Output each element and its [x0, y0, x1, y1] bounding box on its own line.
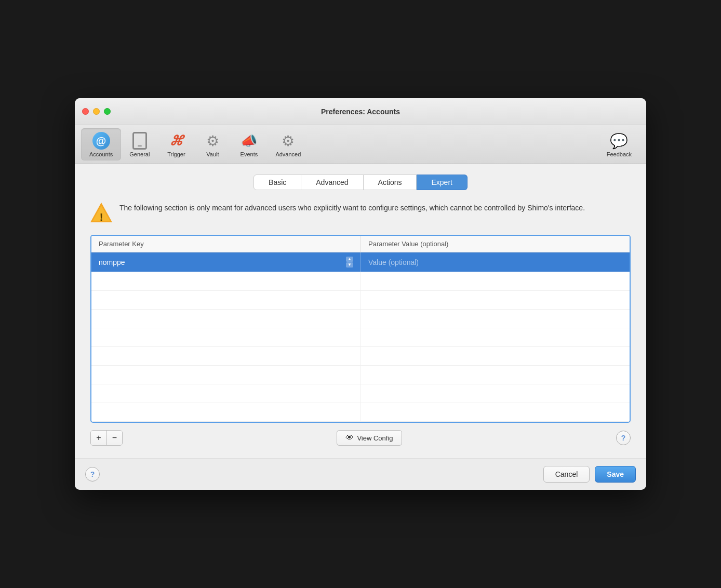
- cancel-button[interactable]: Cancel: [543, 466, 590, 483]
- maximize-button[interactable]: [104, 108, 111, 115]
- col1-header: Parameter Key: [91, 236, 360, 252]
- col2-header: Parameter Value (optional): [360, 236, 630, 252]
- window-title: Preferences: Accounts: [321, 108, 400, 116]
- bottom-toolbar: + − 👁 View Config ?: [90, 430, 631, 446]
- add-remove-group: + −: [90, 430, 123, 446]
- table-row: [91, 328, 630, 347]
- empty-key-cell: [91, 328, 360, 346]
- warning-text: The following section is only meant for …: [119, 203, 585, 213]
- view-config-button[interactable]: 👁 View Config: [337, 430, 402, 446]
- preferences-window: Preferences: Accounts @ Accounts General…: [75, 98, 646, 490]
- help-button-bottom[interactable]: ?: [616, 431, 631, 445]
- empty-value-cell: [360, 403, 630, 421]
- param-value-cell[interactable]: Value (optional): [360, 252, 630, 272]
- table-body: ▲ ▼ Value (optional): [91, 252, 630, 422]
- warning-box: ! The following section is only meant fo…: [90, 201, 631, 226]
- titlebar: Preferences: Accounts: [75, 98, 646, 125]
- toolbar-item-accounts[interactable]: @ Accounts: [81, 128, 121, 161]
- param-key-cell: ▲ ▼: [91, 252, 360, 272]
- empty-value-cell: [360, 272, 630, 290]
- toolbar-label-trigger: Trigger: [167, 151, 185, 157]
- help-button-footer[interactable]: ?: [85, 467, 100, 482]
- warning-icon: !: [90, 203, 112, 224]
- close-button[interactable]: [82, 108, 89, 115]
- events-icon: 📣: [239, 131, 258, 150]
- toolbar-label-events: Events: [241, 151, 258, 157]
- toolbar-item-trigger[interactable]: ⌘ Trigger: [158, 128, 194, 161]
- main-content: Basic Advanced Actions Expert ! The foll…: [75, 164, 646, 458]
- table-header: Parameter Key Parameter Value (optional): [91, 236, 630, 252]
- footer-actions: Cancel Save: [543, 466, 636, 483]
- param-stepper: ▲ ▼: [346, 257, 353, 268]
- empty-key-cell: [91, 366, 360, 384]
- empty-key-cell: [91, 347, 360, 365]
- table-row: [91, 403, 630, 422]
- empty-value-cell: [360, 347, 630, 365]
- tab-actions[interactable]: Actions: [364, 175, 417, 190]
- toolbar: @ Accounts General ⌘ Trigger ⚙ Vault 📣: [75, 125, 646, 164]
- table-row: [91, 272, 630, 291]
- empty-value-cell: [360, 310, 630, 328]
- save-button[interactable]: Save: [595, 466, 636, 483]
- empty-key-cell: [91, 403, 360, 421]
- toolbar-label-vault: Vault: [206, 151, 219, 157]
- table-row: [91, 310, 630, 328]
- toolbar-item-feedback[interactable]: 💬 Feedback: [598, 128, 640, 161]
- stepper-up-btn[interactable]: ▲: [346, 257, 353, 262]
- empty-key-cell: [91, 310, 360, 328]
- table-row: [91, 347, 630, 366]
- empty-key-cell: [91, 384, 360, 403]
- eye-icon: 👁: [345, 433, 354, 443]
- empty-value-cell: [360, 291, 630, 309]
- feedback-icon: 💬: [610, 131, 629, 150]
- remove-row-button[interactable]: −: [106, 431, 122, 445]
- general-icon: [130, 131, 149, 150]
- table-row: [91, 366, 630, 384]
- empty-value-cell: [360, 328, 630, 346]
- param-table: Parameter Key Parameter Value (optional)…: [90, 235, 631, 423]
- param-value-placeholder: Value (optional): [368, 258, 419, 266]
- view-config-label: View Config: [357, 434, 393, 442]
- param-key-input[interactable]: [99, 258, 343, 266]
- tab-bar: Basic Advanced Actions Expert: [90, 175, 631, 190]
- table-row: [91, 291, 630, 310]
- toolbar-item-general[interactable]: General: [121, 128, 158, 161]
- tab-expert[interactable]: Expert: [417, 175, 467, 190]
- toolbar-item-advanced[interactable]: ⚙ Advanced: [267, 128, 309, 161]
- minimize-button[interactable]: [93, 108, 100, 115]
- tab-advanced[interactable]: Advanced: [301, 175, 363, 190]
- toolbar-item-events[interactable]: 📣 Events: [231, 128, 267, 161]
- toolbar-label-advanced: Advanced: [275, 151, 301, 157]
- empty-value-cell: [360, 366, 630, 384]
- table-row[interactable]: ▲ ▼ Value (optional): [91, 252, 630, 272]
- stepper-down-btn[interactable]: ▼: [346, 262, 353, 268]
- toolbar-item-vault[interactable]: ⚙ Vault: [194, 128, 231, 161]
- add-row-button[interactable]: +: [91, 431, 106, 445]
- empty-key-cell: [91, 291, 360, 309]
- table-row: [91, 384, 630, 403]
- trigger-icon: ⌘: [167, 131, 185, 150]
- toolbar-label-accounts: Accounts: [89, 151, 113, 157]
- empty-value-cell: [360, 384, 630, 403]
- vault-icon: ⚙: [203, 131, 222, 150]
- tab-basic[interactable]: Basic: [253, 175, 301, 190]
- at-icon: @: [92, 131, 111, 150]
- empty-key-cell: [91, 272, 360, 290]
- toolbar-label-general: General: [129, 151, 150, 157]
- footer: ? Cancel Save: [75, 458, 646, 490]
- toolbar-label-feedback: Feedback: [607, 151, 632, 157]
- gear-icon: ⚙: [279, 131, 298, 150]
- window-controls: [82, 108, 111, 115]
